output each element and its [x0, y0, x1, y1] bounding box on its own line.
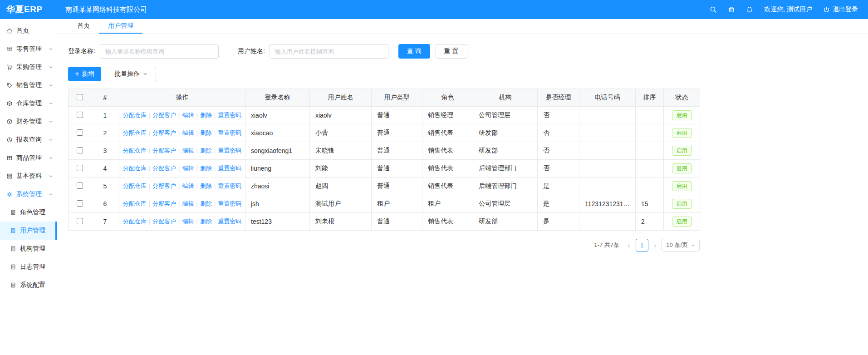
- status-badge[interactable]: 启用: [672, 199, 692, 209]
- row-checkbox[interactable]: [77, 129, 83, 136]
- logout-label: 退出登录: [833, 5, 858, 14]
- edit-link[interactable]: 编辑: [182, 200, 194, 207]
- reset-password-link[interactable]: 重置密码: [218, 129, 241, 136]
- sidebar-item-sales[interactable]: 销售管理: [0, 76, 57, 94]
- assign-customer-link[interactable]: 分配客户: [152, 218, 176, 225]
- action-separator: |: [196, 200, 198, 207]
- tab-user-management[interactable]: 用户管理: [99, 19, 142, 34]
- table-head-row: #操作登录名称用户姓名用户类型角色机构是否经理电话号码排序状态: [69, 89, 700, 107]
- app-logo: 华夏ERP: [0, 4, 57, 15]
- column-header-9: 排序: [636, 89, 664, 107]
- delete-link[interactable]: 删除: [200, 218, 212, 225]
- page-number[interactable]: 1: [636, 239, 648, 251]
- select-all-checkbox[interactable]: [77, 94, 83, 100]
- edit-link[interactable]: 编辑: [182, 112, 194, 118]
- row-checkbox[interactable]: [77, 112, 83, 118]
- bell-icon[interactable]: [746, 6, 753, 13]
- delete-link[interactable]: 删除: [200, 147, 212, 154]
- assign-warehouse-link[interactable]: 分配仓库: [123, 129, 147, 136]
- edit-link[interactable]: 编辑: [182, 218, 194, 225]
- add-button[interactable]: + 新增: [68, 67, 101, 81]
- chevron-down-icon: [49, 101, 53, 106]
- sidebar-item-goods[interactable]: 商品管理: [0, 149, 57, 167]
- edit-link[interactable]: 编辑: [182, 147, 194, 154]
- assign-warehouse-link[interactable]: 分配仓库: [123, 218, 147, 225]
- reset-password-link[interactable]: 重置密码: [218, 165, 241, 172]
- status-badge[interactable]: 启用: [672, 181, 692, 191]
- status-badge[interactable]: 启用: [672, 128, 692, 138]
- row-checkbox[interactable]: [77, 147, 83, 153]
- edit-link[interactable]: 编辑: [182, 182, 194, 189]
- sidebar-item-log-management[interactable]: 日志管理: [0, 258, 57, 276]
- tab-home[interactable]: 首页: [68, 19, 99, 34]
- reset-button[interactable]: 重 置: [436, 44, 467, 59]
- sidebar-item-label: 基本资料: [16, 172, 42, 180]
- search-icon[interactable]: [710, 6, 717, 13]
- next-page-icon[interactable]: ›: [653, 242, 657, 249]
- document-icon: [10, 246, 16, 252]
- edit-link[interactable]: 编辑: [182, 165, 194, 172]
- delete-link[interactable]: 删除: [200, 129, 212, 136]
- table-body: 1分配仓库|分配客户|编辑|删除|重置密码xiaolvxiaolv普通销售经理公…: [69, 107, 700, 231]
- assign-warehouse-link[interactable]: 分配仓库: [123, 182, 147, 189]
- sidebar-item-system[interactable]: 系统管理: [0, 185, 57, 203]
- reset-password-link[interactable]: 重置密码: [218, 218, 241, 225]
- column-header-5: 角色: [422, 89, 473, 107]
- reset-password-link[interactable]: 重置密码: [218, 147, 241, 154]
- assign-customer-link[interactable]: 分配客户: [152, 112, 176, 118]
- delete-link[interactable]: 删除: [200, 182, 212, 189]
- cell-phone: [579, 107, 636, 124]
- user-name-input[interactable]: [270, 44, 388, 59]
- cell-manager: 是: [538, 195, 579, 213]
- login-name-input[interactable]: [100, 44, 219, 59]
- reset-password-link[interactable]: 重置密码: [218, 182, 241, 189]
- assign-customer-link[interactable]: 分配客户: [152, 147, 176, 154]
- sidebar-item-basic-data[interactable]: 基本资料: [0, 167, 57, 185]
- edit-link[interactable]: 编辑: [182, 129, 194, 136]
- sidebar-item-finance[interactable]: 财务管理: [0, 113, 57, 131]
- sidebar-item-system-config[interactable]: 系统配置: [0, 276, 57, 294]
- prev-page-icon[interactable]: ‹: [627, 242, 631, 249]
- report-icon: [6, 137, 13, 143]
- assign-warehouse-link[interactable]: 分配仓库: [123, 147, 147, 154]
- row-checkbox[interactable]: [77, 165, 83, 171]
- sidebar-item-warehouse[interactable]: 仓库管理: [0, 94, 57, 113]
- reset-password-link[interactable]: 重置密码: [218, 200, 241, 207]
- status-badge[interactable]: 启用: [672, 163, 692, 173]
- bank-icon[interactable]: [728, 6, 735, 13]
- sidebar-item-user-management[interactable]: 用户管理: [0, 222, 57, 240]
- sidebar-item-label: 采购管理: [16, 63, 42, 71]
- sidebar-item-label: 系统配置: [20, 281, 45, 289]
- page-size-select[interactable]: 10 条/页: [662, 239, 700, 251]
- assign-customer-link[interactable]: 分配客户: [152, 129, 176, 136]
- row-checkbox[interactable]: [77, 200, 83, 207]
- company-name: 南通某某网络科技有限公司: [65, 5, 147, 14]
- logout-button[interactable]: 退出登录: [823, 5, 858, 14]
- sidebar-item-retail[interactable]: 零售管理: [0, 40, 57, 58]
- delete-link[interactable]: 删除: [200, 165, 212, 172]
- assign-customer-link[interactable]: 分配客户: [152, 200, 176, 207]
- assign-warehouse-link[interactable]: 分配仓库: [123, 200, 147, 207]
- status-badge[interactable]: 启用: [672, 217, 692, 227]
- assign-customer-link[interactable]: 分配客户: [152, 182, 176, 189]
- batch-actions-button[interactable]: 批量操作: [106, 67, 156, 81]
- sidebar-item-purchase[interactable]: 采购管理: [0, 58, 57, 76]
- sidebar-item-report[interactable]: 报表查询: [0, 131, 57, 149]
- assign-customer-link[interactable]: 分配客户: [152, 165, 176, 172]
- status-badge[interactable]: 启用: [672, 146, 692, 156]
- row-checkbox[interactable]: [77, 218, 83, 224]
- sidebar-item-home[interactable]: 首页: [0, 22, 57, 40]
- status-badge[interactable]: 启用: [672, 110, 692, 120]
- purchase-icon: [6, 64, 13, 70]
- sidebar-item-role-management[interactable]: 角色管理: [0, 203, 57, 222]
- assign-warehouse-link[interactable]: 分配仓库: [123, 112, 147, 118]
- row-checkbox[interactable]: [77, 182, 83, 189]
- cell-name: 刘老根: [310, 213, 372, 231]
- reset-password-link[interactable]: 重置密码: [218, 112, 241, 118]
- delete-link[interactable]: 删除: [200, 112, 212, 118]
- search-button[interactable]: 查 询: [398, 44, 430, 59]
- toolbar: + 新增 批量操作: [68, 67, 857, 81]
- sidebar-item-org-management[interactable]: 机构管理: [0, 240, 57, 258]
- assign-warehouse-link[interactable]: 分配仓库: [123, 165, 147, 172]
- delete-link[interactable]: 删除: [200, 200, 212, 207]
